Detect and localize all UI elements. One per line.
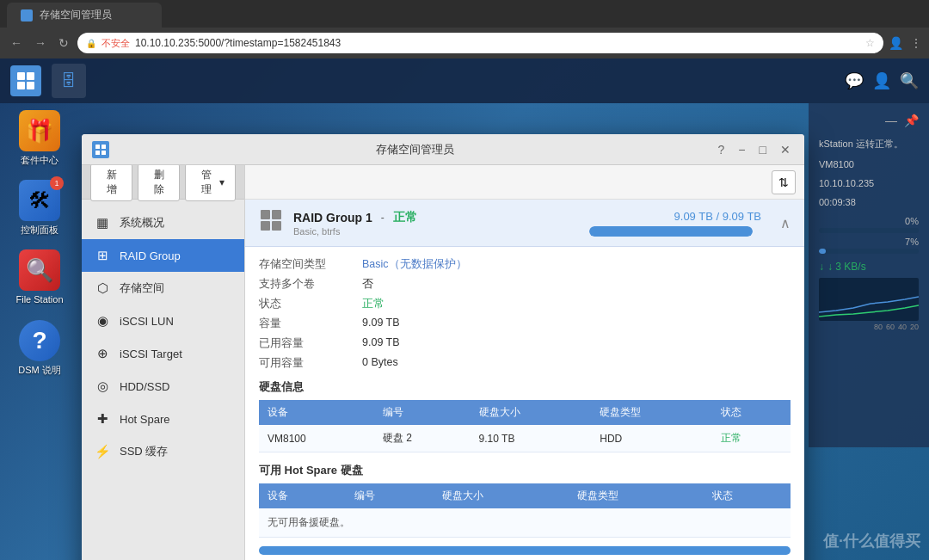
raid-group-icon xyxy=(259,208,283,237)
multi-volume-label: 支持多个卷 xyxy=(259,277,362,292)
sidebar-item-iscsi-target[interactable]: ⊕ iSCSI Target xyxy=(82,337,244,370)
profile-icon[interactable]: 👤 xyxy=(889,36,903,50)
sidebar-item-storage[interactable]: ⬡ 存储空间 xyxy=(82,272,244,305)
detail-storage-type: 存储空间类型 Basic（无数据保护） xyxy=(259,257,791,272)
address-bar[interactable]: 🔒 不安全 10.10.10.235:5000/?timestamp=15824… xyxy=(77,33,883,53)
sidebar-item-iscsi-lun[interactable]: ◉ iSCSI LUN xyxy=(82,305,244,337)
storage-type-value: Basic（无数据保护） xyxy=(362,257,467,272)
help-button[interactable]: ? xyxy=(715,141,729,158)
sidebar-item-overview[interactable]: ▦ 系统概况 xyxy=(82,206,244,239)
synology-logo xyxy=(10,65,41,96)
sidebar-item-hot-spare[interactable]: ✚ Hot Spare xyxy=(82,403,244,435)
col-number: 编号 xyxy=(374,400,471,425)
side-panel-minimize[interactable]: — xyxy=(885,114,897,127)
main-content: ⇅ xyxy=(245,165,804,560)
sidebar-item-hdd-ssd[interactable]: ◎ HDD/SSD xyxy=(82,370,244,403)
storage-type-label: 存储空间类型 xyxy=(259,257,362,272)
package-center-label: 套件中心 xyxy=(21,155,58,166)
chart-labels: 80 60 40 20 xyxy=(819,323,919,331)
col-type: 硬盘类型 xyxy=(591,400,712,425)
sidebar-item-ssd-cache[interactable]: ⚡ SSD 缓存 xyxy=(82,435,244,468)
side-panel: — 📌 kStation 运转正常。 VM8100 10.10.10.235 0… xyxy=(809,103,929,447)
delete-button[interactable]: 删除 xyxy=(138,165,180,201)
package-center-icon[interactable]: 🎁 套件中心 xyxy=(10,110,69,166)
user-icon[interactable]: 👤 xyxy=(872,71,891,90)
close-button[interactable]: ✕ xyxy=(777,141,794,158)
hs-col-size: 硬盘大小 xyxy=(434,483,569,508)
forward-button[interactable]: → xyxy=(31,34,50,52)
storage-label: 存储空间 xyxy=(120,280,164,296)
browser-toolbar: ← → ↻ 🔒 不安全 10.10.10.235:5000/?timestamp… xyxy=(0,28,929,58)
sort-button[interactable]: ⇅ xyxy=(772,170,796,194)
back-button[interactable]: ← xyxy=(7,34,26,52)
search-icon[interactable]: 🔍 xyxy=(900,71,919,90)
svg-rect-1 xyxy=(27,72,34,80)
disk-info-title: 硬盘信息 xyxy=(259,379,791,395)
watermark: 值·什么值得买 xyxy=(823,531,920,551)
raid-progress-bar xyxy=(589,226,753,237)
bar-pct-1: 7% xyxy=(905,237,919,247)
detail-capacity: 容量 9.09 TB xyxy=(259,317,791,331)
disk-device-0: VM8100 xyxy=(259,425,374,452)
raid-capacity-area: 9.09 TB / 9.09 TB xyxy=(589,210,761,237)
bar-pct-0: 0% xyxy=(905,216,919,226)
iscsi-target-label: iSCSI Target xyxy=(120,348,182,360)
hs-col-number: 编号 xyxy=(346,483,433,508)
storage-manager-taskbar-icon[interactable]: 🗄 xyxy=(52,64,86,98)
hotspare-empty-row: 无可用备援硬盘。 xyxy=(259,508,791,538)
bar-track-1 xyxy=(819,249,919,254)
file-station-icon[interactable]: 🔍 File Station xyxy=(10,249,69,305)
sidebar-item-raid[interactable]: ⊞ RAID Group xyxy=(82,239,244,272)
control-panel-icon[interactable]: 🛠 1 控制面板 xyxy=(10,180,69,236)
raid-group-status: 正常 xyxy=(393,210,417,225)
bar-fill-1 xyxy=(819,249,826,254)
col-status: 状态 xyxy=(712,400,791,425)
detail-available: 可用容量 0 Bytes xyxy=(259,356,791,371)
main-toolbar: ⇅ xyxy=(245,165,804,200)
disk-size-0: 9.10 TB xyxy=(471,425,592,452)
hs-col-status: 状态 xyxy=(704,483,791,508)
raid-chevron-icon[interactable]: ∧ xyxy=(780,215,791,231)
star-icon[interactable]: ☆ xyxy=(865,37,875,49)
multi-volume-value: 否 xyxy=(362,277,373,292)
window-body: 新增 删除 管理 ▾ ▦ 系统概况 ⊞ RAID Group xyxy=(82,165,804,560)
hdd-icon: ◎ xyxy=(94,378,111,394)
sidebar: 新增 删除 管理 ▾ ▦ 系统概况 ⊞ RAID Group xyxy=(82,165,245,560)
raid-group-header: RAID Group 1 - 正常 Basic, btrfs 9.09 TB /… xyxy=(245,200,804,247)
dsm-help-icon[interactable]: ? DSM 说明 xyxy=(10,320,69,376)
side-panel-speed: ↓ ↓ 3 KB/s xyxy=(819,261,919,273)
menu-icon[interactable]: ⋮ xyxy=(910,36,922,50)
storage-icon: ⬡ xyxy=(94,280,111,296)
used-label: 已用容量 xyxy=(259,336,362,351)
svg-rect-2 xyxy=(17,82,25,89)
capacity-value: 9.09 TB xyxy=(362,317,400,331)
side-panel-bars: 0% 7% xyxy=(819,216,919,254)
disk-status-0: 正常 xyxy=(712,425,791,452)
iscsi-lun-label: iSCSI LUN xyxy=(120,315,174,328)
ssd-cache-label: SSD 缓存 xyxy=(120,444,168,459)
new-button[interactable]: 新增 xyxy=(90,165,132,201)
svg-rect-10 xyxy=(261,221,270,231)
chat-icon[interactable]: 💬 xyxy=(845,71,864,90)
disk-table-header: 设备 编号 硬盘大小 硬盘类型 状态 xyxy=(259,400,791,425)
browser-tab[interactable]: 存储空间管理员 xyxy=(7,3,162,28)
side-panel-pin[interactable]: 📌 xyxy=(904,114,919,127)
speed-arrow-icon: ↓ xyxy=(819,261,824,273)
disk-table-body: VM8100 硬盘 2 9.10 TB HDD 正常 xyxy=(259,425,791,452)
side-panel-vm-label: kStation 运转正常。 xyxy=(819,138,919,151)
hotspare-title: 可用 Hot Spare 硬盘 xyxy=(259,463,791,478)
maximize-button[interactable]: □ xyxy=(756,141,770,158)
control-panel-label: 控制面板 xyxy=(21,225,58,236)
dsm-help-label: DSM 说明 xyxy=(18,365,61,376)
svg-rect-9 xyxy=(272,210,281,219)
progress-fill xyxy=(589,226,753,237)
manage-button[interactable]: 管理 ▾ xyxy=(185,165,236,201)
minimize-button[interactable]: − xyxy=(735,141,748,158)
svg-rect-6 xyxy=(95,151,100,155)
available-label: 可用容量 xyxy=(259,356,362,371)
refresh-button[interactable]: ↻ xyxy=(55,34,72,52)
disk-info-table: 设备 编号 硬盘大小 硬盘类型 状态 VM8100 硬盘 xyxy=(259,400,791,452)
sidebar-nav: ▦ 系统概况 ⊞ RAID Group ⬡ 存储空间 ◉ iSCSI LUN xyxy=(82,200,244,560)
capacity-label: 容量 xyxy=(259,317,362,331)
svg-rect-7 xyxy=(102,151,106,155)
